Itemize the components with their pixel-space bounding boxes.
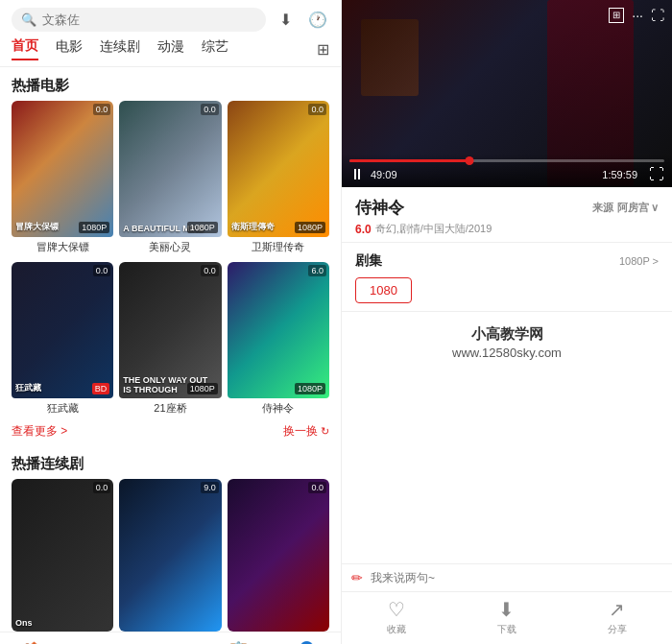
bottom-nav-profile[interactable]: 👤 我的 [273,640,341,644]
download-icon[interactable]: ⬇ [274,9,297,32]
episode-1080-button[interactable]: 1080 [355,277,412,303]
hot-series-title: 热播连续剧 [0,445,341,479]
current-time: 49:09 [371,169,397,180]
progress-dot [465,156,473,165]
series-score-2: 9.0 [201,482,219,493]
series-card-3[interactable]: 0.0 [228,479,329,632]
search-input-wrap[interactable]: 🔍 文森佐 [12,8,266,32]
movie-info: 侍神令 来源 阿房宫 ∨ 6.0 奇幻,剧情/中国大陆/2019 [342,187,672,243]
search-magnifier-icon: 🔍 [21,12,36,27]
movie-card-1[interactable]: 0.0 冒牌大保镖 1080P 冒牌大保镖 [12,101,113,256]
comment-input[interactable] [371,571,662,584]
search-input[interactable]: 文森佐 [42,12,256,27]
movie-badge-4: BD [92,383,110,394]
movie-title-1: 冒牌大保镖 [12,237,113,256]
task-icon: 📋 [227,640,251,644]
more-icon[interactable]: ··· [632,8,643,23]
episodes-quality[interactable]: 1080P > [619,255,659,267]
heart-icon: ♡ [388,598,405,621]
replace-link[interactable]: 换一换 ↻ [283,423,329,440]
movie-card-5[interactable]: 0.0 THE ONLY WAY OUT IS THROUGH 1080P 21… [119,262,221,417]
movie-badge-6: 1080P [295,383,325,394]
search-icons: ⬇ 🕐 [274,9,329,32]
bottom-nav: 🏠 首页 ⊞ 分类 ◎ 发现 📋 任务 👤 我的 [0,632,341,644]
series-card-1[interactable]: 0.0 Ons [12,479,113,632]
movie-card-6[interactable]: 6.0 1080P 侍神令 [228,262,329,417]
tab-variety[interactable]: 综艺 [202,38,228,60]
movie-title-6: 侍神令 [228,398,329,417]
video-controls: ⏸ 49:09 1:59:59 ⛶ [342,154,672,187]
series-card-2[interactable]: 9.0 [119,479,221,632]
tab-movies[interactable]: 电影 [56,38,83,60]
bottom-nav-category[interactable]: ⊞ 分类 [68,640,136,644]
rating-score: 6.0 [355,223,372,236]
favorite-label: 收藏 [387,623,406,636]
tab-anime[interactable]: 动漫 [157,38,184,60]
share-icon: ↗ [609,598,625,621]
fullscreen-icon[interactable]: ⛶ [651,8,664,23]
download-label: 下载 [497,623,516,636]
download-action-icon: ⬇ [498,598,515,621]
replace-text: 换一换 [283,423,318,440]
movie-card-3[interactable]: 0.0 衛斯理傳奇 1080P 卫斯理传奇 [228,101,329,256]
pencil-icon: ✏ [351,570,363,585]
hot-movies-title: 热播电影 [0,67,341,101]
profile-icon: 👤 [295,640,319,644]
bottom-nav-discover[interactable]: ◎ 发现 [136,640,204,644]
movie-main-title: 侍神令 [355,197,404,219]
series-grid: 0.0 Ons 9.0 0.0 [0,479,341,632]
movie-title-3: 卫斯理传奇 [228,237,329,256]
episodes-label: 剧集 [355,252,382,270]
history-icon[interactable]: 🕐 [306,9,329,32]
right-bottom-actions: ♡ 收藏 ⬇ 下载 ↗ 分享 [342,591,672,644]
series-overlay-1: Ons [15,618,109,628]
watermark: 小高教学网 www.12580sky.com [342,312,672,366]
episodes-section: 剧集 1080P > 1080 [342,243,672,312]
screenshot-icon[interactable]: ⊞ [609,8,624,23]
movie-title-2: 美丽心灵 [119,237,221,256]
source-user-name: 阿房宫 [617,201,649,215]
source-user[interactable]: 阿房宫 ∨ [617,201,659,215]
home-icon: 🏠 [22,640,46,644]
right-panel: ⊞ ··· ⛶ ⏸ 49:09 1:59:59 ⛶ 侍神令 [341,0,672,644]
download-action[interactable]: ⬇ 下载 [497,598,516,636]
movie-score-6: 6.0 [308,265,326,276]
episodes-header: 剧集 1080P > [355,252,659,270]
tab-home[interactable]: 首页 [12,37,38,60]
movie-title-5: 21座桥 [119,398,221,417]
watermark-title: 小高教学网 [355,325,659,344]
tab-series[interactable]: 连续剧 [100,38,140,60]
movie-info-title-row: 侍神令 来源 阿房宫 ∨ [355,197,659,219]
view-more-link[interactable]: 查看更多 > [12,423,67,440]
nav-tabs: 首页 电影 连续剧 动漫 综艺 ⊞ [0,37,341,67]
bottom-nav-task[interactable]: 📋 任务 [204,640,273,644]
video-player[interactable]: ⊞ ··· ⛶ ⏸ 49:09 1:59:59 ⛶ [342,0,672,187]
search-bar: 🔍 文森佐 ⬇ 🕐 [0,0,341,37]
fullscreen-button[interactable]: ⛶ [649,166,664,183]
movie-badge-1: 1080P [79,222,109,233]
movie-card-4[interactable]: 0.0 狂武藏 BD 狂武藏 [12,262,113,417]
view-more-text: 查看更多 > [12,423,67,440]
rating-tags: 奇幻,剧情/中国大陆/2019 [375,222,492,236]
grid-layout-icon[interactable]: ⊞ [317,40,329,59]
favorite-action[interactable]: ♡ 收藏 [387,598,406,636]
action-row: 查看更多 > 换一换 ↻ [0,417,341,445]
discover-icon: ◎ [162,640,179,644]
comment-row: ✏ [342,563,672,591]
progress-bar[interactable] [349,159,664,162]
movies-grid: 0.0 冒牌大保镖 1080P 冒牌大保镖 0.0 A BEAUTIFUL MI… [0,101,341,417]
movie-badge-2: 1080P [187,222,218,233]
source-label: 来源 [592,201,613,215]
movie-badge-3: 1080P [295,222,325,233]
share-label: 分享 [608,623,627,636]
watermark-url: www.12580sky.com [355,346,659,360]
chevron-down-icon: ∨ [651,202,659,214]
share-action[interactable]: ↗ 分享 [608,598,627,636]
movie-card-2[interactable]: 0.0 A BEAUTIFUL MIND 1080P 美丽心灵 [119,101,221,256]
bottom-nav-home[interactable]: 🏠 首页 [0,640,68,644]
total-time: 1:59:59 [602,169,637,180]
movie-badge-5: 1080P [187,383,218,394]
control-row: ⏸ 49:09 1:59:59 ⛶ [349,166,664,183]
play-pause-button[interactable]: ⏸ [349,166,365,183]
left-panel: 🔍 文森佐 ⬇ 🕐 首页 电影 连续剧 动漫 综艺 ⊞ 热播电影 0.0 冒牌大… [0,0,341,644]
